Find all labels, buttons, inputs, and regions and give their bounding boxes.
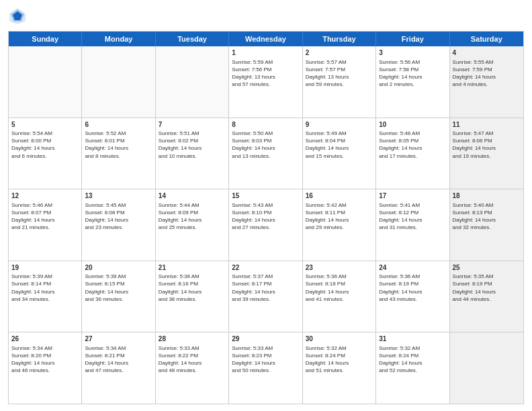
calendar-cell: 10Sunrise: 5:48 AMSunset: 8:05 PMDayligh…	[376, 118, 449, 189]
cell-info: Sunrise: 5:45 AMSunset: 8:08 PMDaylight:…	[85, 201, 152, 232]
calendar-row: 1Sunrise: 5:59 AMSunset: 7:56 PMDaylight…	[9, 46, 523, 118]
cell-info: Sunrise: 5:55 AMSunset: 7:59 PMDaylight:…	[453, 58, 521, 89]
calendar-cell: 5Sunrise: 5:54 AMSunset: 8:00 PMDaylight…	[9, 118, 82, 189]
day-number: 1	[232, 48, 299, 58]
day-number: 16	[306, 191, 373, 201]
cell-info: Sunrise: 5:42 AMSunset: 8:11 PMDaylight:…	[306, 201, 373, 232]
weekday-header: Friday	[376, 32, 449, 46]
weekday-header: Sunday	[9, 32, 82, 46]
calendar-cell	[156, 46, 229, 118]
day-number: 31	[379, 334, 446, 344]
day-number: 11	[453, 120, 521, 130]
calendar-cell: 31Sunrise: 5:32 AMSunset: 8:24 PMDayligh…	[376, 332, 449, 404]
day-number: 9	[306, 120, 373, 130]
calendar-cell: 7Sunrise: 5:51 AMSunset: 8:02 PMDaylight…	[156, 118, 229, 189]
calendar-cell: 25Sunrise: 5:35 AMSunset: 8:19 PMDayligh…	[450, 261, 523, 332]
cell-info: Sunrise: 5:48 AMSunset: 8:05 PMDaylight:…	[379, 130, 446, 160]
cell-info: Sunrise: 5:37 AMSunset: 8:17 PMDaylight:…	[232, 273, 299, 303]
calendar-cell: 27Sunrise: 5:34 AMSunset: 8:21 PMDayligh…	[82, 332, 155, 404]
calendar-cell: 8Sunrise: 5:50 AMSunset: 8:03 PMDaylight…	[229, 118, 302, 189]
logo	[8, 7, 30, 26]
day-number: 15	[232, 191, 299, 201]
cell-info: Sunrise: 5:43 AMSunset: 8:10 PMDaylight:…	[232, 201, 299, 232]
cell-info: Sunrise: 5:35 AMSunset: 8:19 PMDaylight:…	[453, 273, 521, 303]
calendar-cell: 20Sunrise: 5:39 AMSunset: 8:15 PMDayligh…	[82, 261, 155, 332]
calendar-cell: 16Sunrise: 5:42 AMSunset: 8:11 PMDayligh…	[303, 189, 376, 261]
day-number: 26	[11, 334, 79, 344]
cell-info: Sunrise: 5:51 AMSunset: 8:02 PMDaylight:…	[159, 130, 226, 160]
day-number: 10	[379, 120, 446, 130]
cell-info: Sunrise: 5:40 AMSunset: 8:13 PMDaylight:…	[453, 201, 521, 232]
day-number: 2	[306, 48, 373, 58]
calendar-body: 1Sunrise: 5:59 AMSunset: 7:56 PMDaylight…	[9, 46, 523, 404]
calendar-cell: 24Sunrise: 5:36 AMSunset: 8:19 PMDayligh…	[376, 261, 449, 332]
weekday-header: Tuesday	[156, 32, 229, 46]
calendar-cell: 13Sunrise: 5:45 AMSunset: 8:08 PMDayligh…	[82, 189, 155, 261]
cell-info: Sunrise: 5:54 AMSunset: 8:00 PMDaylight:…	[11, 130, 79, 160]
cell-info: Sunrise: 5:39 AMSunset: 8:15 PMDaylight:…	[85, 273, 152, 303]
calendar-cell: 11Sunrise: 5:47 AMSunset: 8:06 PMDayligh…	[450, 118, 523, 189]
day-number: 21	[159, 263, 226, 273]
day-number: 22	[232, 263, 299, 273]
cell-info: Sunrise: 5:32 AMSunset: 8:24 PMDaylight:…	[306, 345, 373, 375]
cell-info: Sunrise: 5:32 AMSunset: 8:24 PMDaylight:…	[379, 345, 446, 375]
page-header	[8, 7, 524, 26]
calendar-cell: 1Sunrise: 5:59 AMSunset: 7:56 PMDaylight…	[229, 46, 302, 118]
logo-icon	[8, 7, 27, 26]
day-number: 19	[11, 263, 79, 273]
calendar-cell: 19Sunrise: 5:39 AMSunset: 8:14 PMDayligh…	[9, 261, 82, 332]
day-number: 3	[379, 48, 446, 58]
weekday-header: Saturday	[450, 32, 523, 46]
cell-info: Sunrise: 5:44 AMSunset: 8:09 PMDaylight:…	[159, 201, 226, 232]
cell-info: Sunrise: 5:41 AMSunset: 8:12 PMDaylight:…	[379, 201, 446, 232]
calendar-cell: 22Sunrise: 5:37 AMSunset: 8:17 PMDayligh…	[229, 261, 302, 332]
weekday-header: Thursday	[303, 32, 376, 46]
cell-info: Sunrise: 5:46 AMSunset: 8:07 PMDaylight:…	[11, 201, 79, 232]
calendar-row: 5Sunrise: 5:54 AMSunset: 8:00 PMDaylight…	[9, 118, 523, 190]
cell-info: Sunrise: 5:59 AMSunset: 7:56 PMDaylight:…	[232, 58, 299, 89]
calendar-cell: 17Sunrise: 5:41 AMSunset: 8:12 PMDayligh…	[376, 189, 449, 261]
calendar-cell: 26Sunrise: 5:34 AMSunset: 8:20 PMDayligh…	[9, 332, 82, 404]
day-number: 30	[306, 334, 373, 344]
day-number: 7	[159, 120, 226, 130]
calendar-row: 26Sunrise: 5:34 AMSunset: 8:20 PMDayligh…	[9, 332, 523, 404]
cell-info: Sunrise: 5:34 AMSunset: 8:21 PMDaylight:…	[85, 345, 152, 375]
cell-info: Sunrise: 5:49 AMSunset: 8:04 PMDaylight:…	[306, 130, 373, 160]
cell-info: Sunrise: 5:52 AMSunset: 8:01 PMDaylight:…	[85, 130, 152, 160]
calendar-cell: 3Sunrise: 5:56 AMSunset: 7:58 PMDaylight…	[376, 46, 449, 118]
calendar-cell: 2Sunrise: 5:57 AMSunset: 7:57 PMDaylight…	[303, 46, 376, 118]
calendar-cell: 21Sunrise: 5:38 AMSunset: 8:16 PMDayligh…	[156, 261, 229, 332]
day-number: 27	[85, 334, 152, 344]
day-number: 12	[11, 191, 79, 201]
day-number: 6	[85, 120, 152, 130]
calendar-cell: 6Sunrise: 5:52 AMSunset: 8:01 PMDaylight…	[82, 118, 155, 189]
calendar-cell: 28Sunrise: 5:33 AMSunset: 8:22 PMDayligh…	[156, 332, 229, 404]
weekday-header: Monday	[82, 32, 155, 46]
day-number: 13	[85, 191, 152, 201]
cell-info: Sunrise: 5:33 AMSunset: 8:22 PMDaylight:…	[159, 345, 226, 375]
calendar-cell: 14Sunrise: 5:44 AMSunset: 8:09 PMDayligh…	[156, 189, 229, 261]
calendar-cell: 12Sunrise: 5:46 AMSunset: 8:07 PMDayligh…	[9, 189, 82, 261]
calendar-cell: 18Sunrise: 5:40 AMSunset: 8:13 PMDayligh…	[450, 189, 523, 261]
calendar-cell: 29Sunrise: 5:33 AMSunset: 8:23 PMDayligh…	[229, 332, 302, 404]
calendar-cell	[82, 46, 155, 118]
day-number: 24	[379, 263, 446, 273]
day-number: 23	[306, 263, 373, 273]
cell-info: Sunrise: 5:38 AMSunset: 8:16 PMDaylight:…	[159, 273, 226, 303]
cell-info: Sunrise: 5:47 AMSunset: 8:06 PMDaylight:…	[453, 130, 521, 160]
day-number: 18	[453, 191, 521, 201]
day-number: 5	[11, 120, 79, 130]
calendar-header-row: SundayMondayTuesdayWednesdayThursdayFrid…	[9, 32, 523, 46]
day-number: 20	[85, 263, 152, 273]
calendar-cell	[450, 332, 523, 404]
day-number: 14	[159, 191, 226, 201]
calendar-row: 19Sunrise: 5:39 AMSunset: 8:14 PMDayligh…	[9, 261, 523, 333]
calendar-cell: 23Sunrise: 5:36 AMSunset: 8:18 PMDayligh…	[303, 261, 376, 332]
cell-info: Sunrise: 5:33 AMSunset: 8:23 PMDaylight:…	[232, 345, 299, 375]
weekday-header: Wednesday	[229, 32, 302, 46]
cell-info: Sunrise: 5:36 AMSunset: 8:18 PMDaylight:…	[306, 273, 373, 303]
day-number: 4	[453, 48, 521, 58]
cell-info: Sunrise: 5:39 AMSunset: 8:14 PMDaylight:…	[11, 273, 79, 303]
calendar-cell: 9Sunrise: 5:49 AMSunset: 8:04 PMDaylight…	[303, 118, 376, 189]
day-number: 29	[232, 334, 299, 344]
